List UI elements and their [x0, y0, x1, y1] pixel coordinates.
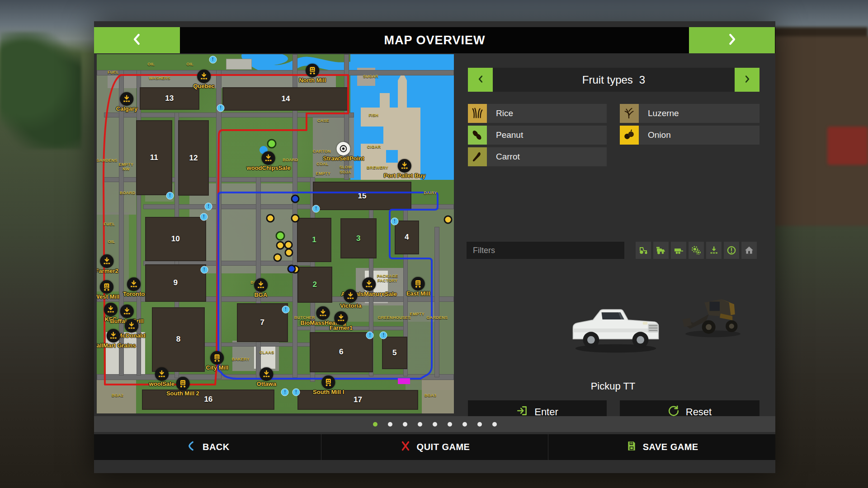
info-point-icon[interactable]: ! — [217, 104, 225, 112]
page-dot-2[interactable] — [388, 422, 392, 427]
vehicle-name: Pickup TT — [467, 380, 760, 392]
chevron-right-icon — [725, 31, 739, 49]
page-dot-8[interactable] — [477, 422, 482, 427]
trailer-icon[interactable] — [671, 242, 686, 259]
map-marker-ottawa[interactable]: Ottawa — [257, 367, 276, 387]
marker-label: North Mill — [299, 77, 326, 84]
map-text-label: FUEL — [104, 222, 115, 226]
sale-marker-icon — [107, 329, 120, 343]
home-icon[interactable] — [741, 242, 757, 259]
train-marker-icon — [210, 351, 224, 365]
info-point-icon[interactable]: ! — [209, 56, 217, 63]
info-point-icon[interactable]: ! — [281, 389, 289, 396]
map-marker-farmer2[interactable]: Farmer2 — [97, 254, 118, 274]
filters-input[interactable]: Filters — [467, 242, 624, 259]
map-text-label: WASHERS — [149, 76, 170, 80]
info-point-icon[interactable]: ! — [282, 306, 289, 314]
marker-label: StrawSellPoint — [323, 155, 364, 162]
previous-screen-button[interactable] — [94, 27, 180, 53]
marker-label: Toronto — [123, 291, 145, 297]
harvester-icon[interactable] — [653, 242, 669, 259]
map-text-label: BAKERY — [232, 357, 250, 361]
fruit-row-carrot[interactable]: Carrot — [468, 147, 607, 166]
trees-scenery — [0, 32, 81, 149]
map-text-label: OIL — [186, 62, 193, 66]
footer-bar: BACK QUIT GAME SAVE GAME — [94, 434, 775, 460]
fruit-types-next-button[interactable] — [735, 68, 760, 92]
map-marker-farmer1[interactable]: Farmer1 — [330, 311, 353, 331]
map-marker-port-pallet-buy[interactable]: Port Pallet Buy — [384, 159, 425, 179]
sale-marker-icon — [127, 277, 141, 291]
info-point-icon[interactable]: ! — [391, 217, 398, 225]
onion-icon — [620, 126, 639, 145]
sale-marker-icon — [344, 289, 358, 303]
fruit-row-peanut[interactable]: Peanut — [468, 126, 607, 145]
trailer-scenery — [827, 127, 868, 165]
fruit-row-luzerne[interactable]: Luzerne — [620, 104, 760, 123]
info-point-icon[interactable]: ! — [205, 203, 212, 211]
fruit-row-onion[interactable]: Onion — [620, 126, 760, 145]
info-point-icon[interactable]: ! — [366, 331, 374, 339]
page-dot-6[interactable] — [448, 422, 452, 427]
pickup-truck-image — [568, 295, 663, 362]
fruit-row-rice[interactable]: Rice — [468, 104, 607, 123]
info-point-icon[interactable]: ! — [200, 213, 208, 221]
marker-label: West Mill — [97, 293, 119, 300]
map-text-label: BGA3 — [425, 393, 436, 398]
train-marker-icon — [176, 377, 189, 390]
quit-label: QUIT GAME — [417, 442, 470, 452]
map-marker-toronto[interactable]: Toronto — [123, 277, 145, 297]
map-marker-quebec[interactable]: Quebec — [193, 70, 215, 89]
map-marker-woodchipssale[interactable]: woodChipsSale — [247, 151, 291, 171]
marker-label: South Mill 2 — [166, 390, 199, 397]
next-screen-button[interactable] — [689, 27, 775, 53]
gears-icon[interactable] — [689, 242, 704, 259]
map-marker-bga[interactable]: BGA — [254, 278, 268, 298]
map-marker-north-mill[interactable]: North Mill — [299, 64, 326, 84]
map-marker-calgary[interactable]: Calgary — [116, 92, 138, 112]
marker-label: Port Pallet Buy — [384, 172, 425, 179]
info-point-icon[interactable]: ! — [380, 331, 387, 339]
eye-marker-icon — [337, 142, 350, 155]
map-marker-strawsellpoint[interactable]: StrawSellPoint — [323, 142, 364, 162]
page-dot-1[interactable] — [373, 422, 377, 427]
highlight-block — [398, 378, 410, 384]
map-text-label: EMPTY — [316, 171, 331, 176]
sale-marker-icon — [254, 278, 268, 292]
info-point-icon[interactable]: ! — [200, 266, 208, 274]
page-dot-9[interactable] — [492, 422, 497, 427]
map-text-label: SUGAR — [363, 74, 378, 79]
sale-marker-icon — [120, 92, 133, 106]
blue-unit-dot — [287, 264, 296, 273]
download-icon[interactable] — [706, 242, 722, 259]
route-blue — [218, 192, 438, 379]
page-dot-7[interactable] — [462, 422, 467, 427]
page-dot-4[interactable] — [418, 422, 422, 427]
info-point-icon[interactable]: ! — [292, 389, 300, 396]
fruit-name: Carrot — [496, 152, 520, 162]
fruit-types-prev-button[interactable] — [468, 68, 493, 92]
map-marker-south-mill-i[interactable]: South Mill I — [313, 375, 344, 395]
quit-game-button[interactable]: QUIT GAME — [321, 434, 549, 460]
map-marker-east-mill[interactable]: East Mill — [406, 277, 430, 297]
map-marker-south-mill-2[interactable]: South Mill 2 — [166, 377, 199, 397]
map-marker-wallmart-grains[interactable]: WallMart Grains — [97, 329, 136, 349]
map-marker-west-mill[interactable]: West Mill — [97, 280, 119, 300]
quit-x-icon — [400, 440, 411, 454]
map-text-label: SOJA — [340, 170, 351, 174]
page-dot-3[interactable] — [403, 422, 407, 427]
save-game-button[interactable]: SAVE GAME — [548, 434, 775, 460]
map-overview-window: MAP OVERVIEW 1314111215109134287651617FU… — [94, 21, 775, 473]
back-button[interactable]: BACK — [94, 434, 321, 460]
map-marker-city-mill[interactable]: City Mill — [206, 351, 228, 371]
warning-icon[interactable] — [724, 242, 739, 259]
green-unit-dot — [276, 231, 285, 241]
sale-marker-icon — [120, 305, 133, 318]
tractor-icon[interactable] — [636, 242, 651, 259]
fruit-types-header: Fruit types 3 — [493, 68, 735, 92]
info-point-icon[interactable]: ! — [312, 205, 320, 212]
page-dot-5[interactable] — [433, 422, 437, 427]
map-canvas[interactable]: 1314111215109134287651617FUELOILOILWASHE… — [97, 54, 454, 413]
info-point-icon[interactable]: ! — [166, 192, 174, 200]
train-marker-icon — [100, 280, 113, 294]
